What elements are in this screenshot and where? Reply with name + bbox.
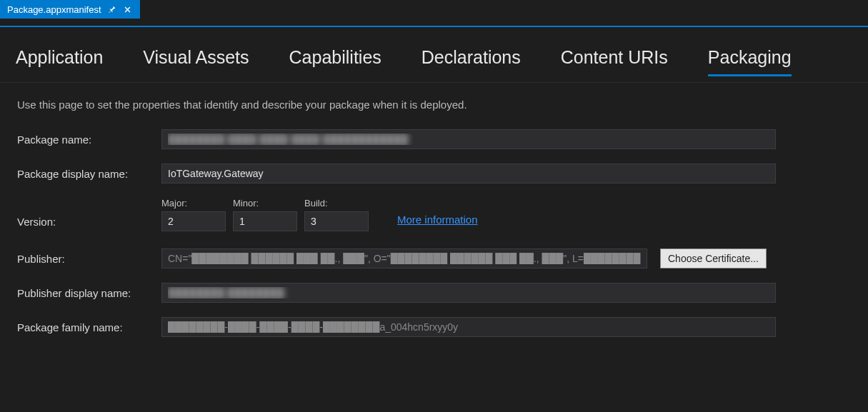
version-group: Major: Minor: Build: More information bbox=[161, 198, 478, 231]
packaging-panel: Use this page to set the properties that… bbox=[0, 83, 868, 367]
package-family-name-input bbox=[161, 317, 776, 337]
tab-application[interactable]: Application bbox=[16, 47, 103, 75]
more-information-link[interactable]: More information bbox=[397, 204, 478, 226]
publisher-display-name-input[interactable] bbox=[161, 283, 776, 303]
tab-capabilities[interactable]: Capabilities bbox=[289, 47, 381, 75]
label-package-family-name: Package family name: bbox=[17, 321, 161, 333]
label-version-build: Build: bbox=[304, 198, 369, 208]
tab-content-uris[interactable]: Content URIs bbox=[561, 47, 668, 75]
label-publisher: Publisher: bbox=[17, 253, 161, 265]
version-build-input[interactable] bbox=[304, 211, 369, 231]
label-package-name: Package name: bbox=[17, 134, 161, 146]
label-publisher-display-name: Publisher display name: bbox=[17, 287, 161, 299]
publisher-input bbox=[161, 248, 647, 268]
label-package-display-name: Package display name: bbox=[17, 168, 161, 180]
document-tab-bar: Package.appxmanifest bbox=[0, 0, 868, 19]
tab-packaging[interactable]: Packaging bbox=[708, 47, 792, 75]
tab-visual-assets[interactable]: Visual Assets bbox=[143, 47, 249, 75]
version-major-input[interactable] bbox=[161, 211, 226, 231]
pin-icon[interactable] bbox=[107, 4, 117, 14]
tab-declarations[interactable]: Declarations bbox=[421, 47, 521, 75]
page-description: Use this page to set the properties that… bbox=[17, 99, 851, 111]
version-minor-input[interactable] bbox=[233, 211, 297, 231]
package-name-input[interactable] bbox=[161, 129, 776, 149]
label-version-minor: Minor: bbox=[233, 198, 297, 208]
choose-certificate-button[interactable]: Choose Certificate... bbox=[660, 248, 767, 268]
package-display-name-input[interactable] bbox=[161, 164, 776, 184]
manifest-section-tabs: Application Visual Assets Capabilities D… bbox=[0, 27, 868, 83]
close-icon[interactable] bbox=[123, 4, 133, 14]
document-tab[interactable]: Package.appxmanifest bbox=[0, 0, 140, 19]
document-tab-title: Package.appxmanifest bbox=[7, 4, 101, 15]
label-version: Version: bbox=[17, 216, 161, 231]
label-version-major: Major: bbox=[161, 198, 226, 208]
